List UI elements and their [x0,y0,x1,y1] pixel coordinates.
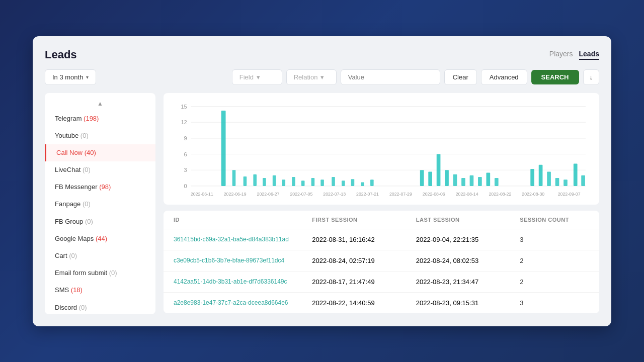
svg-rect-21 [311,178,315,186]
session-count: 2 [520,278,589,286]
sidebar-item-livechat[interactable]: LiveChat (0) [45,161,155,178]
livechat-count: (0) [83,166,91,173]
sidebar-item-discord[interactable]: Discord (0) [45,299,155,314]
chart-svg: 15 12 9 6 3 0 [172,101,591,197]
svg-rect-26 [361,182,364,186]
advanced-button[interactable]: Advanced [481,69,527,85]
svg-text:2022-09-07: 2022-09-07 [558,192,581,197]
sidebar-item-fanpage[interactable]: Fanpage (0) [45,196,155,213]
svg-rect-44 [581,175,585,186]
relation-chevron-icon: ▾ [320,73,324,81]
field-chevron-icon: ▾ [257,73,260,81]
svg-rect-23 [332,176,335,186]
sidebar-item-telegram[interactable]: Telegram (198) [45,110,155,127]
sidebar-item-emailform[interactable]: Email form submit (0) [45,264,155,282]
chart-container: 15 12 9 6 3 0 [164,93,599,205]
col-last-session: LAST SESSION [416,217,520,223]
fanpage-count: (0) [83,200,91,208]
col-id: ID [174,217,312,223]
svg-rect-41 [555,178,559,186]
fbgroup-count: (0) [85,218,93,225]
row-id-link[interactable]: 361415bd-c69a-32a1-ba5e-d84a383b11ad [174,236,312,243]
sidebar-item-cart[interactable]: Cart (0) [45,247,155,264]
svg-rect-38 [530,169,534,186]
fbmessenger-count: (98) [99,183,111,191]
svg-rect-25 [351,179,355,186]
sidebar-item-googlemaps[interactable]: Google Maps (44) [45,230,155,247]
chevron-down-icon: ▾ [86,74,89,80]
table-header: ID FIRST SESSION LAST SESSION SESSION CO… [164,211,599,229]
table-row: c3e09cb5-c1b6-3b7e-bfae-89673ef11dc4 202… [164,250,599,272]
header: Leads Players Leads [45,48,599,61]
svg-rect-40 [547,171,551,186]
svg-text:2022-08-30: 2022-08-30 [522,192,544,197]
first-session: 2022-08-31, 16:16:42 [312,236,416,243]
table-row: 4142aa51-14db-3b31-ab1e-df7d6336149c 202… [164,272,599,293]
telegram-count: (198) [84,115,99,122]
download-button[interactable]: ↓ [583,69,600,85]
row-id-link[interactable]: a2e8e983-1e47-37c7-a2ca-dceea8d664e6 [174,299,312,306]
sidebar-item-callnow[interactable]: Call Now (40) [45,144,155,161]
sidebar-item-fbgroup[interactable]: FB Group (0) [45,213,155,230]
googlemaps-count: (44) [96,235,107,242]
nav-leads[interactable]: Leads [579,50,599,60]
first-session: 2022-08-22, 14:40:59 [312,299,416,307]
svg-rect-12 [221,111,226,186]
sidebar-item-sms[interactable]: SMS (18) [45,282,155,299]
last-session: 2022-08-24, 08:02:53 [416,257,520,264]
cart-count: (0) [69,252,77,259]
svg-rect-22 [320,179,324,186]
sidebar-collapse-button[interactable]: ▲ [45,97,155,110]
svg-rect-35 [478,176,482,186]
svg-rect-34 [470,175,474,186]
page-title: Leads [45,48,77,61]
svg-rect-32 [453,174,457,186]
header-nav: Players Leads [549,50,599,60]
svg-rect-13 [232,170,236,186]
sidebar: ▲ Telegram (198) Youtube (0) Call Now (4… [45,93,155,314]
search-button[interactable]: SEARCH [531,70,579,84]
svg-text:2022-06-19: 2022-06-19 [224,192,247,197]
svg-rect-19 [292,176,295,186]
svg-rect-31 [445,170,449,186]
col-first-session: FIRST SESSION [312,217,416,223]
svg-text:0: 0 [184,183,187,189]
svg-rect-39 [539,164,543,186]
svg-text:2022-06-27: 2022-06-27 [257,192,280,197]
value-input[interactable] [341,69,440,85]
last-session: 2022-09-04, 22:21:35 [416,236,520,243]
field-dropdown[interactable]: Field ▾ [232,69,282,85]
svg-text:2022-06-11: 2022-06-11 [191,192,213,197]
svg-text:2022-08-22: 2022-08-22 [489,192,511,197]
last-session: 2022-08-23, 21:34:47 [416,278,520,286]
period-dropdown[interactable]: In 3 month ▾ [45,69,96,85]
nav-players[interactable]: Players [549,50,573,60]
toolbar: In 3 month ▾ Field ▾ Relation ▾ Clear Ad… [45,69,599,85]
row-id-link[interactable]: 4142aa51-14db-3b31-ab1e-df7d6336149c [174,278,312,285]
clear-button[interactable]: Clear [444,69,477,85]
svg-text:2022-08-06: 2022-08-06 [423,192,445,197]
emailform-count: (0) [109,269,117,277]
relation-dropdown[interactable]: Relation ▾ [286,69,337,85]
field-placeholder: Field [239,73,254,81]
svg-text:3: 3 [184,167,187,173]
svg-rect-42 [564,179,568,186]
session-count: 2 [520,257,589,264]
svg-rect-28 [420,170,424,186]
filter-group: Field ▾ Relation ▾ Clear Advanced SEARCH… [232,69,599,85]
col-session-count: SESSION COUNT [520,217,589,223]
sidebar-item-youtube[interactable]: Youtube (0) [45,127,155,144]
main-content: 15 12 9 6 3 0 [164,93,599,314]
first-session: 2022-08-17, 21:47:49 [312,278,416,286]
svg-text:12: 12 [181,119,187,125]
row-id-link[interactable]: c3e09cb5-c1b6-3b7e-bfae-89673ef11dc4 [174,257,312,264]
content-area: ▲ Telegram (198) Youtube (0) Call Now (4… [45,93,599,314]
chart-area: 15 12 9 6 3 0 [172,101,591,197]
callnow-count: (40) [85,149,96,156]
sidebar-item-fbmessenger[interactable]: FB Messenger (98) [45,178,155,196]
svg-text:2022-08-14: 2022-08-14 [456,192,478,197]
svg-rect-16 [263,178,266,186]
svg-rect-27 [370,179,374,186]
session-count: 3 [520,299,589,307]
svg-rect-17 [273,175,276,186]
